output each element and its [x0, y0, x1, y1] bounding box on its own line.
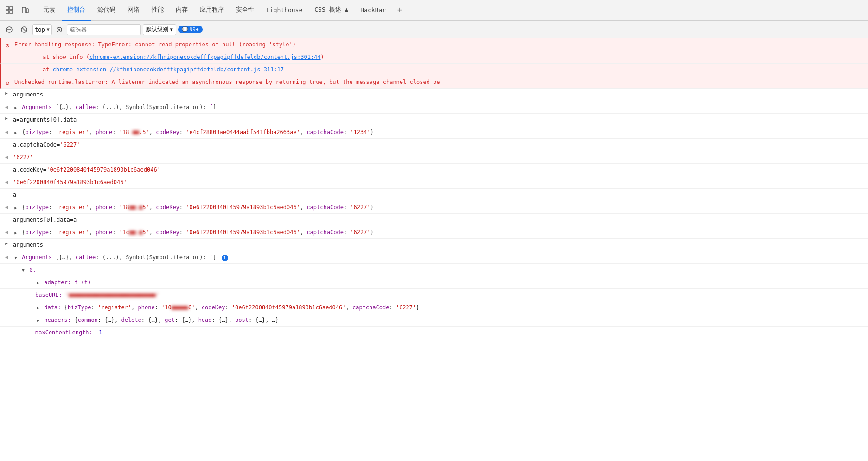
message-count-label: 99+	[190, 26, 199, 32]
expand-icon-arguments2[interactable]: ▶	[4, 241, 9, 246]
tab-network[interactable]: 网络	[122, 0, 145, 21]
label-data-prop: data: {bizType: 'register', phone: '10■■…	[35, 304, 420, 311]
message-bubble-icon: 💬	[182, 26, 188, 32]
tab-elements[interactable]: 元素	[38, 0, 61, 21]
content-index0: 0:	[13, 265, 868, 275]
error-gutter-2: ⊘	[1, 77, 14, 87]
tab-console[interactable]: 控制台	[62, 0, 91, 21]
svg-point-11	[58, 29, 60, 31]
error-icon-1: ⊘	[6, 40, 9, 50]
label-maxcontent: maxContentLength: -1	[35, 329, 102, 336]
console-error-line-1b: at chrome-extension://kfhniponecokdefffk…	[0, 64, 868, 76]
clear-console-button[interactable]	[3, 23, 16, 36]
content-arguments1-val: Arguments [{…}, callee: (...), Symbol(Sy…	[13, 102, 868, 112]
svg-rect-2	[10, 7, 13, 10]
console-line-codekey-set: a.codeKey='0e6f2200840f45979a1893b1c6aed…	[0, 164, 868, 176]
log-level-arrow: ▼	[170, 27, 173, 32]
tab-hackbar[interactable]: HackBar	[355, 0, 391, 21]
log-level-selector[interactable]: 默认级别 ▼	[143, 24, 176, 35]
error-close1: )	[321, 54, 324, 60]
val-captcha: '6227'	[13, 154, 33, 160]
error-text-2: Unchecked runtime.lastError: A listener …	[14, 79, 440, 85]
expand-icon-index0[interactable]	[20, 268, 26, 273]
divider-1	[35, 4, 35, 17]
label-codekey-set: a.codeKey='0e6f2200840f45979a1893b1c6aed…	[13, 166, 160, 173]
context-dropdown-arrow: ▼	[47, 27, 50, 32]
label-assign2: arguments[0].data=a	[13, 217, 77, 223]
gutter-captcha-val: ◀	[0, 152, 13, 161]
expand-icon-arguments2-val[interactable]	[13, 255, 19, 261]
expand-icon-arguments1[interactable]: ▶	[4, 90, 9, 96]
tab-lighthouse[interactable]: Lighthouse	[261, 0, 308, 21]
gutter-index0	[0, 265, 13, 266]
expand-icon-captcha-set	[4, 141, 9, 146]
expand-icon-assign1[interactable]: ▶	[4, 115, 9, 121]
content-assign2: arguments[0].data=a	[13, 215, 868, 225]
gutter-data-prop	[0, 302, 13, 303]
svg-rect-0	[6, 7, 9, 10]
tab-application[interactable]: 应用程序	[194, 0, 230, 21]
content-codekey-val: '0e6f2200840f45979a1893b1c6aed046'	[13, 177, 868, 187]
arrow-back-1: ◀	[5, 103, 8, 111]
arrow-back-3: ◀	[5, 153, 8, 161]
context-selector[interactable]: top ▼	[32, 24, 52, 35]
arrow-back-6: ◀	[5, 228, 8, 237]
gutter-headers	[0, 315, 13, 316]
gutter-adapter	[0, 277, 13, 278]
expand-icon-headers[interactable]	[35, 318, 41, 323]
expand-icon-val1[interactable]	[13, 105, 19, 110]
svg-rect-3	[10, 11, 13, 13]
error-link-1[interactable]: chrome-extension://kfhniponecokdefffkpag…	[89, 54, 321, 60]
expand-icon-assign2-val[interactable]	[13, 230, 19, 236]
error-link-2[interactable]: chrome-extension://kfhniponecokdefffkpag…	[53, 66, 284, 73]
val-arguments2: Arguments [{…}, callee: (...), Symbol(Sy…	[13, 254, 228, 261]
device-toggle-button[interactable]	[18, 3, 32, 18]
svg-rect-4	[22, 7, 26, 13]
content-baseurl: baseURL: '■■■■■■■■■■■■■■■■■■■■■■■■■■'	[13, 290, 868, 300]
console-line-adapter: adapter: f (t)	[0, 276, 868, 289]
gutter-assign2-val: ◀	[0, 227, 13, 237]
expand-icon-data[interactable]	[35, 305, 41, 311]
tab-css-overview[interactable]: CSS 概述 ▲	[309, 0, 354, 21]
tab-security[interactable]: 安全性	[230, 0, 260, 21]
content-arguments2-val: Arguments [{…}, callee: (...), Symbol(Sy…	[13, 252, 868, 263]
context-label: top	[35, 26, 45, 33]
content-maxcontent: maxContentLength: -1	[13, 327, 868, 338]
val-assign2: {bizType: 'register', phone: '1c■■.■5', …	[13, 229, 374, 236]
stop-errors-button[interactable]	[18, 23, 31, 36]
content-headers: headers: {common: {…}, delete: {…}, get:…	[13, 315, 868, 325]
expand-icon-assign2	[4, 216, 9, 221]
info-badge[interactable]: i	[222, 255, 228, 261]
console-error-line-2: ⊘ Unchecked runtime.lastError: A listene…	[0, 76, 868, 89]
content-captcha-val: '6227'	[13, 152, 868, 162]
console-line-assign1: ▶ a=arguments[0].data	[0, 114, 868, 126]
console-toolbar: top ▼ 默认级别 ▼ 💬 99+	[0, 21, 868, 38]
gutter-assign1: ▶	[0, 115, 13, 121]
error-at2: at	[14, 66, 53, 73]
console-line-arguments2-val: ◀ Arguments [{…}, callee: (...), Symbol(…	[0, 251, 868, 264]
expand-icon-adapter[interactable]	[35, 280, 41, 286]
expand-icon-assign1-val[interactable]	[13, 130, 19, 135]
inspect-element-button[interactable]	[2, 3, 17, 18]
arrow-back-2: ◀	[5, 128, 8, 136]
devtools-tab-bar: 元素 控制台 源代码 网络 性能 内存 应用程序 安全性 Lighthouse …	[0, 0, 868, 21]
arrow-back-7: ◀	[5, 253, 8, 262]
tab-memory[interactable]: 内存	[170, 0, 193, 21]
console-line-headers: headers: {common: {…}, delete: {…}, get:…	[0, 314, 868, 327]
arrow-back-5: ◀	[5, 203, 8, 211]
tab-performance[interactable]: 性能	[146, 0, 169, 21]
gutter-assign2	[0, 215, 13, 221]
val-arguments1: Arguments [{…}, callee: (...), Symbol(Sy…	[13, 104, 216, 110]
filter-input[interactable]	[67, 24, 141, 35]
add-tab-button[interactable]: +	[392, 3, 407, 18]
expand-icon-a-val[interactable]	[13, 205, 19, 211]
live-expressions-button[interactable]	[54, 23, 65, 36]
console-output: ⊘ Error handling response: TypeError: ca…	[0, 38, 868, 461]
label-adapter: adapter: f (t)	[35, 279, 91, 286]
gutter-captcha-set	[0, 140, 13, 146]
val-assign1: {bizType: 'register', phone: '18 ■■.5', …	[13, 129, 374, 135]
error-gutter-1b	[1, 64, 14, 65]
tab-sources[interactable]: 源代码	[92, 0, 121, 21]
content-arguments2: arguments	[13, 240, 868, 250]
gutter-maxcontent	[0, 327, 13, 328]
